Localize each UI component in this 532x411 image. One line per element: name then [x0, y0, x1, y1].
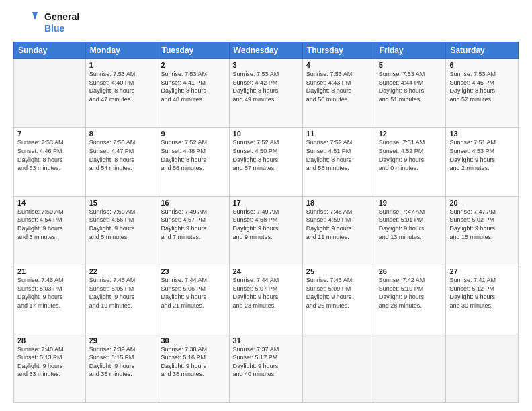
day-info: Sunrise: 7:53 AMSunset: 4:40 PMDaylight:…	[89, 70, 154, 103]
calendar-cell: 12Sunrise: 7:51 AMSunset: 4:52 PMDayligh…	[375, 128, 446, 196]
day-info: Sunrise: 7:53 AMSunset: 4:47 PMDaylight:…	[89, 138, 154, 172]
day-info: Sunrise: 7:48 AMSunset: 4:59 PMDaylight:…	[306, 208, 371, 241]
day-number: 10	[233, 130, 299, 138]
day-number: 20	[449, 199, 515, 207]
day-info: Sunrise: 7:53 AMSunset: 4:46 PMDaylight:…	[17, 138, 82, 172]
calendar-cell: 6Sunrise: 7:53 AMSunset: 4:45 PMDaylight…	[446, 59, 519, 128]
day-number: 16	[161, 199, 225, 207]
day-number: 12	[379, 130, 443, 138]
column-header-wednesday: Wednesday	[229, 42, 302, 59]
calendar-cell: 22Sunrise: 7:45 AMSunset: 5:05 PMDayligh…	[85, 265, 157, 334]
calendar-cell: 18Sunrise: 7:48 AMSunset: 4:59 PMDayligh…	[302, 196, 375, 265]
day-info: Sunrise: 7:42 AMSunset: 5:10 PMDaylight:…	[379, 276, 443, 310]
day-number: 13	[449, 130, 515, 138]
day-number: 14	[17, 199, 82, 207]
calendar-cell: 31Sunrise: 7:37 AMSunset: 5:17 PMDayligh…	[229, 334, 302, 402]
calendar-cell	[375, 334, 446, 402]
calendar-cell: 27Sunrise: 7:41 AMSunset: 5:12 PMDayligh…	[446, 265, 519, 334]
column-header-friday: Friday	[375, 42, 446, 59]
day-info: Sunrise: 7:53 AMSunset: 4:42 PMDaylight:…	[233, 70, 299, 103]
day-info: Sunrise: 7:49 AMSunset: 4:57 PMDaylight:…	[161, 208, 225, 241]
column-header-saturday: Saturday	[446, 42, 519, 59]
logo-general: General	[44, 11, 79, 23]
calendar-cell: 26Sunrise: 7:42 AMSunset: 5:10 PMDayligh…	[375, 265, 446, 334]
day-info: Sunrise: 7:52 AMSunset: 4:48 PMDaylight:…	[161, 138, 225, 172]
calendar-cell: 30Sunrise: 7:38 AMSunset: 5:16 PMDayligh…	[157, 334, 229, 402]
day-info: Sunrise: 7:50 AMSunset: 4:56 PMDaylight:…	[89, 208, 154, 241]
day-number: 2	[161, 61, 225, 69]
calendar-cell: 10Sunrise: 7:52 AMSunset: 4:50 PMDayligh…	[229, 128, 302, 196]
day-info: Sunrise: 7:46 AMSunset: 5:03 PMDaylight:…	[17, 276, 82, 310]
day-info: Sunrise: 7:38 AMSunset: 5:16 PMDaylight:…	[161, 345, 225, 379]
day-number: 17	[233, 199, 299, 207]
day-info: Sunrise: 7:37 AMSunset: 5:17 PMDaylight:…	[233, 345, 299, 379]
day-number: 26	[379, 267, 443, 275]
day-number: 28	[17, 336, 82, 345]
day-info: Sunrise: 7:53 AMSunset: 4:41 PMDaylight:…	[161, 70, 225, 103]
calendar-cell	[446, 334, 519, 402]
logo-svg	[13, 11, 40, 35]
svg-marker-0	[32, 12, 38, 20]
day-info: Sunrise: 7:40 AMSunset: 5:13 PMDaylight:…	[17, 345, 82, 379]
calendar-cell: 5Sunrise: 7:53 AMSunset: 4:44 PMDaylight…	[375, 59, 446, 128]
day-number: 8	[89, 130, 154, 138]
day-number: 6	[449, 61, 515, 69]
calendar-cell	[302, 334, 375, 402]
day-info: Sunrise: 7:53 AMSunset: 4:44 PMDaylight:…	[379, 70, 443, 103]
calendar-cell: 4Sunrise: 7:53 AMSunset: 4:43 PMDaylight…	[302, 59, 375, 128]
day-number: 9	[161, 130, 225, 138]
calendar-cell: 16Sunrise: 7:49 AMSunset: 4:57 PMDayligh…	[157, 196, 229, 265]
calendar-cell: 9Sunrise: 7:52 AMSunset: 4:48 PMDaylight…	[157, 128, 229, 196]
day-info: Sunrise: 7:45 AMSunset: 5:05 PMDaylight:…	[89, 276, 154, 310]
day-number: 30	[161, 336, 225, 345]
day-number: 15	[89, 199, 154, 207]
day-info: Sunrise: 7:44 AMSunset: 5:07 PMDaylight:…	[233, 276, 299, 310]
calendar-cell: 7Sunrise: 7:53 AMSunset: 4:46 PMDaylight…	[14, 128, 86, 196]
day-info: Sunrise: 7:50 AMSunset: 4:54 PMDaylight:…	[17, 208, 82, 241]
calendar-table: SundayMondayTuesdayWednesdayThursdayFrid…	[13, 42, 519, 403]
calendar-cell: 15Sunrise: 7:50 AMSunset: 4:56 PMDayligh…	[85, 196, 157, 265]
calendar-cell	[14, 59, 86, 128]
day-number: 31	[233, 336, 299, 345]
day-info: Sunrise: 7:47 AMSunset: 5:01 PMDaylight:…	[379, 208, 443, 241]
calendar-cell: 23Sunrise: 7:44 AMSunset: 5:06 PMDayligh…	[157, 265, 229, 334]
day-number: 5	[379, 61, 443, 69]
calendar-cell: 28Sunrise: 7:40 AMSunset: 5:13 PMDayligh…	[14, 334, 86, 402]
day-info: Sunrise: 7:43 AMSunset: 5:09 PMDaylight:…	[306, 276, 371, 310]
day-info: Sunrise: 7:52 AMSunset: 4:51 PMDaylight:…	[306, 138, 371, 172]
calendar-cell: 19Sunrise: 7:47 AMSunset: 5:01 PMDayligh…	[375, 196, 446, 265]
calendar-cell: 11Sunrise: 7:52 AMSunset: 4:51 PMDayligh…	[302, 128, 375, 196]
day-number: 25	[306, 267, 371, 275]
day-number: 21	[17, 267, 82, 275]
day-number: 11	[306, 130, 371, 138]
day-info: Sunrise: 7:52 AMSunset: 4:50 PMDaylight:…	[233, 138, 299, 172]
day-number: 1	[89, 61, 154, 69]
calendar-cell: 25Sunrise: 7:43 AMSunset: 5:09 PMDayligh…	[302, 265, 375, 334]
day-info: Sunrise: 7:53 AMSunset: 4:45 PMDaylight:…	[449, 70, 515, 103]
day-number: 4	[306, 61, 371, 69]
header: GeneralBlue	[13, 11, 519, 35]
calendar-cell: 20Sunrise: 7:47 AMSunset: 5:02 PMDayligh…	[446, 196, 519, 265]
calendar-cell: 3Sunrise: 7:53 AMSunset: 4:42 PMDaylight…	[229, 59, 302, 128]
calendar-cell: 2Sunrise: 7:53 AMSunset: 4:41 PMDaylight…	[157, 59, 229, 128]
logo-blue: Blue	[44, 23, 79, 34]
day-number: 23	[161, 267, 225, 275]
calendar-cell: 13Sunrise: 7:51 AMSunset: 4:53 PMDayligh…	[446, 128, 519, 196]
logo: GeneralBlue	[13, 11, 79, 35]
column-header-thursday: Thursday	[302, 42, 375, 59]
day-number: 24	[233, 267, 299, 275]
day-number: 27	[449, 267, 515, 275]
calendar-cell: 1Sunrise: 7:53 AMSunset: 4:40 PMDaylight…	[85, 59, 157, 128]
day-number: 18	[306, 199, 371, 207]
column-header-monday: Monday	[85, 42, 157, 59]
day-info: Sunrise: 7:51 AMSunset: 4:52 PMDaylight:…	[379, 138, 443, 172]
page: GeneralBlue SundayMondayTuesdayWednesday…	[0, 0, 532, 411]
day-number: 7	[17, 130, 82, 138]
day-number: 22	[89, 267, 154, 275]
day-info: Sunrise: 7:44 AMSunset: 5:06 PMDaylight:…	[161, 276, 225, 310]
column-header-sunday: Sunday	[14, 42, 86, 59]
day-info: Sunrise: 7:51 AMSunset: 4:53 PMDaylight:…	[449, 138, 515, 172]
calendar-cell: 21Sunrise: 7:46 AMSunset: 5:03 PMDayligh…	[14, 265, 86, 334]
day-number: 29	[89, 336, 154, 345]
day-info: Sunrise: 7:41 AMSunset: 5:12 PMDaylight:…	[449, 276, 515, 310]
